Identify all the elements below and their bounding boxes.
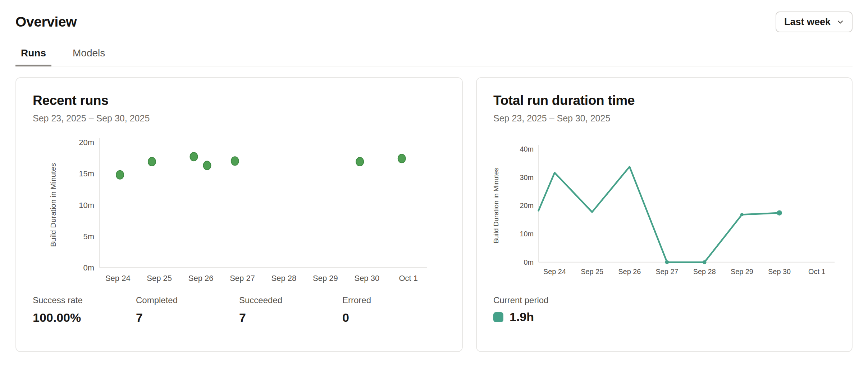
- overview-page: Overview Last week Runs Models Recent ru…: [0, 0, 868, 375]
- x-tick-label: Sep 24: [543, 268, 566, 276]
- y-tick-label: 30m: [520, 173, 534, 181]
- stat-label: Success rate: [33, 295, 136, 305]
- x-tick-label: Sep 25: [581, 268, 603, 276]
- y-tick-label: 0m: [83, 263, 94, 272]
- x-tick-label: Sep 26: [188, 274, 214, 283]
- page-header: Overview Last week: [15, 0, 853, 32]
- period-dropdown-label: Last week: [784, 17, 831, 28]
- stat-errored: Errored 0: [342, 295, 446, 325]
- date-range: Sep 23, 2025 – Sep 30, 2025: [493, 113, 835, 124]
- y-tick-label: 40m: [520, 145, 534, 153]
- y-axis-title: Build Duration in Minutes: [493, 168, 500, 244]
- line-point-marker: [665, 260, 669, 264]
- y-tick-label: 10m: [520, 230, 534, 238]
- y-tick-label: 5m: [83, 232, 94, 241]
- stat-value: 7: [136, 311, 239, 325]
- x-tick-label: Sep 26: [618, 268, 641, 276]
- stat-success-rate: Success rate 100.00%: [33, 295, 136, 325]
- tab-models[interactable]: Models: [67, 47, 110, 66]
- x-tick-label: Sep 29: [313, 274, 338, 283]
- card-title: Recent runs: [33, 93, 446, 108]
- legend-label: Current period: [493, 295, 835, 305]
- recent-runs-scatter-chart: 0m5m10m15m20mSep 24Sep 25Sep 26Sep 27Sep…: [33, 137, 446, 285]
- recent-runs-card: Recent runs Sep 23, 2025 – Sep 30, 2025 …: [15, 77, 463, 352]
- x-tick-label: Sep 25: [147, 274, 172, 283]
- stat-value: 100.00%: [33, 311, 136, 325]
- y-tick-label: 10m: [79, 201, 94, 210]
- period-dropdown[interactable]: Last week: [776, 11, 853, 32]
- cards-row: Recent runs Sep 23, 2025 – Sep 30, 2025 …: [15, 77, 853, 352]
- total-duration-card: Total run duration time Sep 23, 2025 – S…: [476, 77, 853, 352]
- x-tick-label: Sep 27: [656, 268, 679, 276]
- scatter-point: [203, 161, 211, 170]
- stat-succeeded: Succeeded 7: [239, 295, 342, 325]
- stat-value: 7: [239, 311, 342, 325]
- page-title: Overview: [15, 14, 77, 30]
- x-tick-label: Sep 28: [693, 268, 716, 276]
- y-tick-label: 0m: [524, 258, 534, 266]
- x-tick-label: Oct 1: [808, 268, 826, 276]
- tab-runs[interactable]: Runs: [15, 47, 51, 66]
- scatter-point: [398, 154, 406, 163]
- stat-value: 0: [342, 311, 446, 325]
- chevron-down-icon: [836, 18, 845, 26]
- x-tick-label: Sep 30: [768, 268, 791, 276]
- x-tick-label: Sep 27: [230, 274, 255, 283]
- line-point-marker: [740, 213, 744, 216]
- x-tick-label: Sep 24: [105, 274, 131, 283]
- y-axis-title: Build Duration in Minutes: [49, 163, 57, 247]
- legend-value: 1.9h: [510, 310, 534, 324]
- total-duration-line-chart: 0m10m20m30m40mSep 24Sep 25Sep 26Sep 27Se…: [493, 137, 835, 285]
- x-tick-label: Sep 30: [354, 274, 379, 283]
- scatter-point: [116, 171, 124, 179]
- scatter-point: [356, 157, 364, 166]
- y-tick-label: 20m: [79, 138, 94, 147]
- x-tick-label: Sep 29: [731, 268, 753, 276]
- date-range: Sep 23, 2025 – Sep 30, 2025: [33, 113, 446, 124]
- scatter-point: [231, 157, 239, 165]
- x-tick-label: Sep 28: [271, 274, 297, 283]
- run-stats: Success rate 100.00% Completed 7 Succeed…: [33, 295, 446, 325]
- line-point-marker: [703, 260, 707, 264]
- scatter-point: [190, 152, 198, 161]
- scatter-point: [148, 157, 156, 166]
- card-title: Total run duration time: [493, 93, 835, 108]
- legend-color-swatch: [493, 312, 503, 322]
- y-tick-label: 20m: [520, 202, 534, 209]
- line-point-marker: [777, 210, 782, 215]
- tabs: Runs Models: [15, 47, 853, 66]
- legend-row: 1.9h: [493, 310, 835, 324]
- chart-legend: Current period 1.9h: [493, 295, 835, 324]
- stat-label: Errored: [342, 295, 446, 305]
- stat-label: Succeeded: [239, 295, 342, 305]
- y-tick-label: 15m: [79, 169, 94, 178]
- stat-completed: Completed 7: [136, 295, 239, 325]
- stat-label: Completed: [136, 295, 239, 305]
- x-tick-label: Oct 1: [399, 274, 418, 283]
